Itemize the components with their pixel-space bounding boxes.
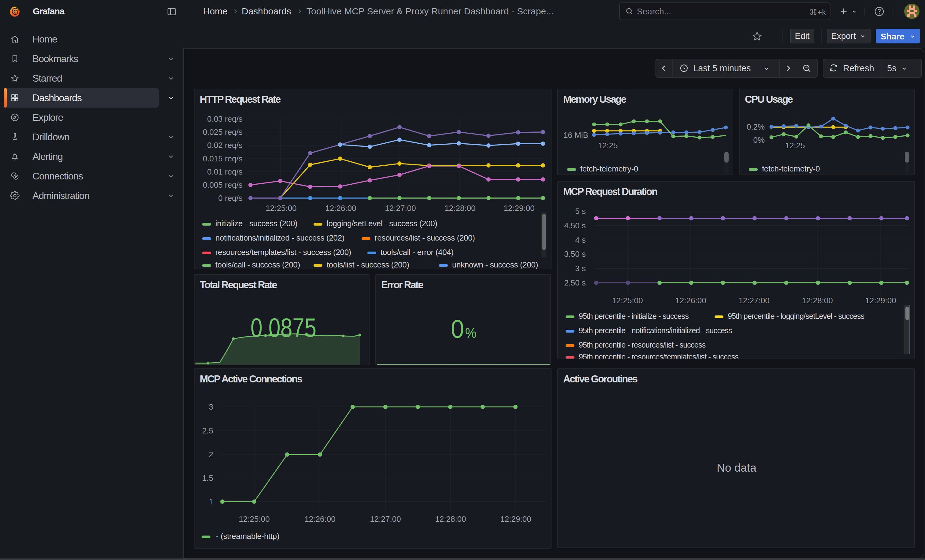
svg-text:0.01 req/s: 0.01 req/s <box>207 167 243 176</box>
svg-text:12:29:00: 12:29:00 <box>503 204 534 213</box>
svg-text:1: 1 <box>209 497 213 506</box>
svg-text:12:26:00: 12:26:00 <box>304 515 335 524</box>
svg-text:12:27:00: 12:27:00 <box>385 204 416 213</box>
svg-text:5 s: 5 s <box>575 207 586 216</box>
svg-text:12:29:00: 12:29:00 <box>500 515 531 524</box>
svg-text:12:25:00: 12:25:00 <box>265 204 297 213</box>
svg-text:12:27:00: 12:27:00 <box>370 515 401 524</box>
svg-text:2.5: 2.5 <box>202 426 213 435</box>
svg-text:4.50 s: 4.50 s <box>564 221 586 230</box>
svg-text:0.03 req/s: 0.03 req/s <box>207 114 243 123</box>
svg-text:1.5: 1.5 <box>202 473 213 483</box>
svg-text:0.015 req/s: 0.015 req/s <box>203 154 243 163</box>
svg-text:3.50 s: 3.50 s <box>564 249 586 258</box>
svg-text:12:28:00: 12:28:00 <box>435 515 466 524</box>
svg-text:12:27:00: 12:27:00 <box>738 296 769 305</box>
svg-text:0.2%: 0.2% <box>747 122 765 131</box>
svg-text:12:28:00: 12:28:00 <box>444 204 475 213</box>
svg-text:3 s: 3 s <box>575 264 586 273</box>
svg-text:12:25:00: 12:25:00 <box>612 296 643 305</box>
svg-text:0.005 req/s: 0.005 req/s <box>203 180 243 189</box>
svg-text:0 req/s: 0 req/s <box>218 194 243 203</box>
svg-text:4 s: 4 s <box>575 236 586 245</box>
svg-text:12:25:00: 12:25:00 <box>239 515 270 524</box>
svg-text:16 MiB: 16 MiB <box>563 131 588 140</box>
svg-text:2.50 s: 2.50 s <box>564 278 586 287</box>
svg-text:12:25: 12:25 <box>785 141 805 150</box>
svg-text:0.025 req/s: 0.025 req/s <box>203 128 243 137</box>
svg-text:12:25: 12:25 <box>598 141 618 150</box>
svg-text:12:26:00: 12:26:00 <box>675 296 706 305</box>
svg-text:12:28:00: 12:28:00 <box>802 296 833 305</box>
svg-text:3: 3 <box>209 402 213 411</box>
svg-text:0%: 0% <box>753 135 765 144</box>
svg-text:12:29:00: 12:29:00 <box>865 296 896 305</box>
svg-text:0.02 req/s: 0.02 req/s <box>207 141 243 150</box>
svg-text:12:26:00: 12:26:00 <box>325 204 356 213</box>
svg-text:2: 2 <box>209 450 213 459</box>
